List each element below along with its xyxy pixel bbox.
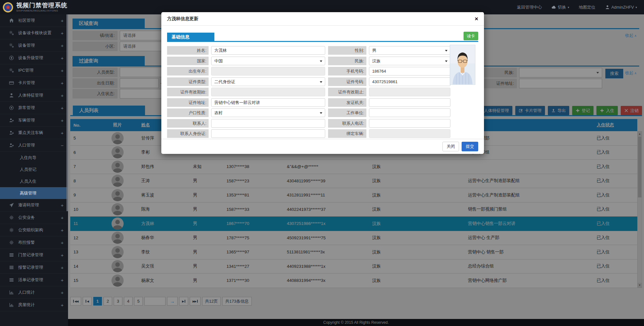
sidebar-item-label: 异常管理	[18, 105, 57, 111]
app-title: 视频门禁管理系统	[16, 2, 67, 8]
sidebar-item-label: 重点关注车辆	[18, 130, 57, 136]
collapse-minus-icon[interactable]: −	[61, 143, 64, 148]
person-icon	[9, 93, 14, 98]
expand-plus-icon[interactable]: +	[61, 277, 64, 283]
sidebar-item-label: 人口统计	[18, 290, 57, 295]
modal-form: 姓名:方茂林性别:男国家:中国民族:汉族出生年月:手机号码:186764证件类型…	[167, 46, 478, 141]
topnav-account[interactable]: AdminZHFV▾	[605, 5, 637, 10]
expand-plus-icon[interactable]: +	[61, 240, 64, 245]
sidebar-item-1[interactable]: 设备读卡模块设置+	[0, 27, 68, 39]
sidebar-menu: 社区管理+设备读卡模块设置+设备管理+设备升级管理+IPC管理+卡片管理+人体特…	[0, 14, 68, 311]
field-label: 工作单位:	[328, 108, 366, 117]
sidebar-item-0[interactable]: 社区管理+	[0, 14, 68, 27]
sidebar: 社区管理+设备读卡模块设置+设备管理+设备升级管理+IPC管理+卡片管理+人体特…	[0, 14, 68, 326]
police-badge-logo	[3, 2, 13, 13]
read-card-button[interactable]: 读卡	[464, 32, 478, 40]
modal-form-row: 证件类型:二代身份证证件号码:43072519861	[167, 77, 450, 86]
person-update-modal: 方茂林信息更新 × 基础信息 读卡 姓名:方茂林性别:男国家:中国民族:汉族出生…	[161, 12, 484, 154]
sidebar-item-9[interactable]: 重点关注车辆+	[0, 127, 68, 139]
sidebar-item-7[interactable]: 异常管理+	[0, 102, 68, 114]
sidebar-subitem[interactable]: 人员入住	[0, 175, 68, 187]
text-field[interactable]	[369, 98, 450, 107]
sidebar-item-15[interactable]: 门禁记录管理+	[0, 249, 68, 261]
sidebar-item-17[interactable]: 活单记录管理+	[0, 274, 68, 286]
sidebar-item-6[interactable]: 人体特征管理+	[0, 89, 68, 102]
expand-plus-icon[interactable]: +	[61, 215, 64, 220]
sidebar-item-16[interactable]: 报警记录管理+	[0, 261, 68, 274]
modal-submit-button[interactable]: 提交	[462, 142, 478, 151]
sidebar-item-2[interactable]: 设备管理+	[0, 39, 68, 52]
text-field[interactable]	[211, 129, 325, 138]
expand-plus-icon[interactable]: +	[61, 227, 64, 233]
sidebar-item-11[interactable]: 邀请码管理+	[0, 199, 68, 211]
sidebar-subitem-active[interactable]: 高级管理	[0, 187, 68, 199]
text-field[interactable]	[369, 108, 450, 117]
select-field[interactable]: 男	[369, 46, 450, 55]
close-icon[interactable]: ×	[475, 16, 478, 22]
sidebar-item-13[interactable]: 公安组织架构+	[0, 224, 68, 236]
sidebar-item-18[interactable]: 人口统计+	[0, 286, 68, 299]
expand-plus-icon[interactable]: +	[61, 55, 64, 61]
select-field[interactable]: 农村	[211, 108, 325, 117]
sidebar-item-10[interactable]: 人口管理−	[0, 139, 68, 152]
sidebar-subitem[interactable]: 人员登记	[0, 163, 68, 175]
text-field[interactable]: 186764	[369, 67, 450, 76]
topnav-return-center[interactable]: 返回管理中心	[517, 4, 542, 10]
expand-plus-icon[interactable]: +	[61, 93, 64, 98]
topnav-map-locate[interactable]: 地图定位	[579, 4, 595, 10]
topnav-switch[interactable]: 切换▾	[551, 4, 569, 10]
modal-form-row: 国家:中国民族:汉族	[167, 57, 450, 65]
expand-plus-icon[interactable]: +	[61, 80, 64, 86]
text-field[interactable]: 43072519861	[369, 77, 450, 86]
sidebar-item-8[interactable]: 车辆管理+	[0, 114, 68, 127]
disabled-field	[211, 88, 325, 96]
chart-icon	[9, 290, 14, 295]
field-label: 联系人电话:	[328, 119, 366, 128]
expand-plus-icon[interactable]: +	[61, 43, 64, 48]
expand-plus-icon[interactable]: +	[61, 105, 64, 111]
expand-plus-icon[interactable]: +	[61, 30, 64, 36]
tab-basic-info[interactable]: 基础信息	[167, 33, 214, 41]
sidebar-item-3[interactable]: 设备升级管理+	[0, 52, 68, 64]
select-field[interactable]: 中国	[211, 57, 325, 65]
expand-plus-icon[interactable]: +	[61, 130, 64, 136]
sidebar-item-label: 房屋统计	[18, 302, 57, 308]
sidebar-item-label: 卡片管理	[18, 80, 57, 86]
person-plus-icon	[9, 130, 14, 135]
sidebar-item-12[interactable]: 公安业务+	[0, 211, 68, 224]
sidebar-subitem[interactable]: 入住向导	[0, 152, 68, 163]
field-label: 证件类型:	[167, 77, 209, 86]
app-subtitle: SHIPINMENJINGUANLIXITONG	[16, 9, 67, 12]
disabled-field	[211, 67, 325, 76]
field-label: 联系人身份证:	[167, 129, 209, 138]
expand-plus-icon[interactable]: +	[61, 252, 64, 258]
sidebar-item-19[interactable]: 房屋统计+	[0, 299, 68, 311]
disabled-field	[369, 88, 450, 96]
expand-plus-icon[interactable]: +	[61, 118, 64, 123]
modal-close-button[interactable]: 关闭	[442, 142, 459, 151]
modal-tab-row: 基础信息 读卡	[167, 33, 478, 42]
sidebar-item-4[interactable]: IPC管理+	[0, 64, 68, 77]
field-label: 证件有效期止:	[328, 88, 366, 96]
expand-plus-icon[interactable]: +	[61, 68, 64, 73]
caret-down-icon: ▾	[635, 6, 637, 9]
expand-plus-icon[interactable]: +	[61, 203, 64, 208]
sidebar-item-label: 设备升级管理	[18, 55, 57, 61]
select-field[interactable]: 二代身份证	[211, 77, 325, 86]
sidebar-item-5[interactable]: 卡片管理+	[0, 77, 68, 89]
expand-plus-icon[interactable]: +	[61, 290, 64, 295]
cogs-icon	[9, 30, 14, 36]
text-field[interactable]: 方茂林	[211, 46, 325, 55]
modal-form-row: 姓名:方茂林性别:男	[167, 46, 450, 55]
topnav-label: 切换	[558, 4, 566, 10]
expand-plus-icon[interactable]: +	[61, 18, 64, 23]
topnav-label: 地图定位	[579, 4, 595, 10]
expand-plus-icon[interactable]: +	[61, 302, 64, 308]
modal-form-row: 证件地址:营销中心销售一部云对讲发证机关:	[167, 98, 450, 107]
text-field[interactable]	[211, 119, 325, 128]
expand-plus-icon[interactable]: +	[61, 265, 64, 270]
text-field[interactable]	[369, 119, 450, 128]
select-field[interactable]: 汉族	[369, 57, 450, 65]
sidebar-item-14[interactable]: 布控报警+	[0, 236, 68, 249]
text-field[interactable]: 营销中心销售一部云对讲	[211, 98, 325, 107]
